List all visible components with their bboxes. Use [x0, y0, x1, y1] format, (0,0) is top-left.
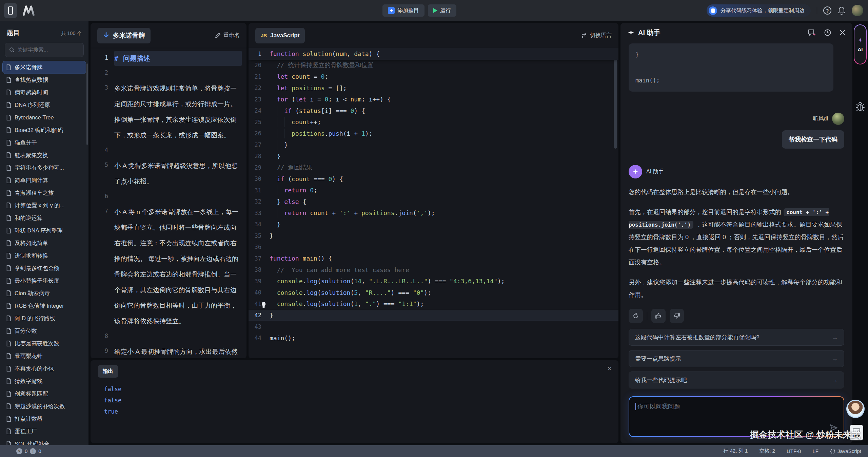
thumbs-down-button[interactable] [670, 309, 684, 323]
sidebar-item[interactable]: 环状 DNA 序列整理 [3, 224, 86, 237]
suggestion-chip[interactable]: 给我一些代码提示吧→ [629, 372, 844, 388]
code-line[interactable]: 40 console.log(solution(5, "R....") === … [249, 287, 618, 299]
code-line[interactable]: 21 let count = 0; [249, 71, 618, 82]
sidebar-item[interactable]: 阿 D 的飞行路线 [3, 312, 86, 325]
switch-language-button[interactable]: 切换语言 [581, 32, 612, 39]
run-button[interactable]: 运行 [428, 4, 456, 17]
ai-sidebar-toggle[interactable]: AI [854, 24, 867, 64]
code-line[interactable]: 22 let positions = []; [249, 82, 618, 94]
assistant-character-avatar[interactable] [846, 400, 865, 418]
warnings-icon[interactable]: ! [30, 448, 36, 454]
sidebar-item[interactable]: 查找热点数据 [3, 74, 86, 86]
sidebar-item[interactable]: 猜数字游戏 [3, 375, 86, 387]
code-line[interactable]: 35} [249, 230, 618, 242]
cursor-position[interactable]: 行 42, 列 1 [724, 448, 748, 454]
sidebar-item[interactable]: Bytedance Tree [3, 111, 86, 124]
sidebar-item[interactable]: 穿越沙漠的补给次数 [3, 400, 86, 413]
sidebar-item[interactable]: 拿到最多红包金额 [3, 262, 86, 274]
file-icon [6, 127, 11, 133]
sidebar-item[interactable]: 简单四则计算 [3, 174, 86, 187]
promo-banner[interactable]: 分享代码练习体验，领限量定制周边 [707, 4, 811, 17]
debug-bug-icon[interactable] [855, 102, 865, 112]
suggestion-chip[interactable]: 需要一点思路提示→ [629, 350, 844, 367]
code-line[interactable]: 24 if (status[i] === 0) { [249, 105, 618, 117]
search-input[interactable]: 关键字搜索... [5, 43, 84, 57]
sidebar-item[interactable]: 多米诺骨牌 [3, 61, 86, 74]
workspace-icon-button[interactable] [4, 3, 17, 18]
line-number: 37 [249, 255, 270, 262]
editor-scrollbar[interactable] [614, 50, 617, 149]
lightbulb-icon[interactable] [261, 302, 267, 308]
code-line[interactable]: 43 [249, 321, 618, 332]
code-area[interactable]: 1function solution(num, data) {20 // 统计保… [249, 48, 618, 344]
code-line[interactable]: 28 } [249, 151, 618, 162]
code-line[interactable]: 38 // You can add more test cases here [249, 264, 618, 276]
code-line[interactable]: 37function main() { [249, 253, 618, 264]
code-line[interactable]: 39 console.log(solution(14, ".L.R...LR..… [249, 275, 618, 287]
sidebar-item[interactable]: 青海湖租车之旅 [3, 187, 86, 199]
code-line[interactable]: 1function solution(num, data) { [249, 48, 618, 60]
sidebar-item[interactable]: 和的逆运算 [3, 212, 86, 224]
sidebar-item[interactable]: Cion 勒索病毒 [3, 287, 86, 300]
thumbs-up-button[interactable] [651, 309, 666, 323]
sidebar-item[interactable]: 字符串有多少种可... [3, 161, 86, 174]
help-icon[interactable]: ? [823, 6, 831, 15]
sidebar-scrollbar[interactable] [86, 63, 88, 145]
rename-button[interactable]: 重命名 [215, 32, 240, 39]
code-line[interactable]: 31 return 0; [249, 185, 618, 196]
sidebar-item[interactable]: RGB 色值转 Integer [3, 300, 86, 312]
code-line[interactable]: 20 // 统计保持竖立的骨牌数量和位置 [249, 60, 618, 71]
sidebar-item[interactable]: 病毒感染时间 [3, 86, 86, 99]
problem-markdown[interactable]: 1#问题描述23多米诺骨牌游戏规则非常简单，将骨牌按一定间距的尺寸排成单行，或分… [91, 48, 246, 358]
sidebar-item[interactable]: 蛋糕工厂 [3, 425, 86, 438]
app-logo[interactable] [22, 5, 36, 16]
code-line[interactable]: 34 } [249, 219, 618, 230]
problem-tab[interactable]: 多米诺骨牌 [97, 28, 151, 43]
sidebar-item[interactable]: 打点计数器 [3, 413, 86, 425]
line-number: 42 [249, 312, 270, 319]
eol-setting[interactable]: LF [812, 448, 818, 454]
code-line[interactable]: 29 // 返回结果 [249, 162, 618, 173]
user-avatar[interactable] [852, 5, 863, 16]
sidebar-item[interactable]: DNA 序列还原 [3, 99, 86, 111]
sidebar-item[interactable]: 创意标题匹配 [3, 387, 86, 400]
sidebar-item[interactable]: 链表聚集交换 [3, 149, 86, 161]
shared-code-snippet: } main(); [629, 43, 833, 92]
ai-toggle-label: AI [858, 46, 863, 52]
suggestion-chip[interactable]: 这段代码中计算左右被推数量的部分能再优化吗?→ [629, 329, 844, 346]
bell-icon[interactable] [837, 6, 846, 15]
sidebar-item[interactable]: 百分位数 [3, 325, 86, 337]
regenerate-button[interactable] [629, 309, 643, 323]
code-line[interactable]: 36 [249, 242, 618, 253]
encoding-setting[interactable]: UTF-8 [787, 448, 801, 454]
sidebar-item[interactable]: 猫鱼分干 [3, 136, 86, 149]
indentation-setting[interactable]: 空格: 2 [759, 448, 775, 454]
language-mode[interactable]: JavaScript [830, 448, 861, 454]
close-icon[interactable]: × [607, 365, 612, 373]
code-line[interactable]: 27 } [249, 139, 618, 151]
history-icon[interactable] [824, 29, 831, 36]
language-tab[interactable]: JS JavaScript [255, 28, 305, 43]
sidebar-item[interactable]: 计算位置 x 到 y 的... [3, 199, 86, 212]
sidebar-item[interactable]: Base32 编码和解码 [3, 124, 86, 136]
code-line[interactable]: 32 } else { [249, 196, 618, 208]
sidebar-item[interactable]: 不再贪心的小包 [3, 362, 86, 375]
close-icon[interactable] [840, 30, 846, 36]
output-tab[interactable]: 输出 [98, 365, 118, 378]
sidebar-item[interactable]: 暴雨梨花针 [3, 350, 86, 362]
sidebar-item[interactable]: 及格如此简单 [3, 237, 86, 249]
code-line[interactable]: 44main(); [249, 332, 618, 344]
errors-icon[interactable]: × [16, 448, 22, 454]
code-line[interactable]: 25 count++; [249, 116, 618, 128]
code-line[interactable]: 26 positions.push(i + 1); [249, 128, 618, 139]
code-line[interactable]: 41 console.log(solution(1, ".") === "1:1… [249, 298, 618, 310]
code-line[interactable]: 33 return count + ':' + positions.join('… [249, 207, 618, 219]
new-chat-icon[interactable] [808, 29, 816, 36]
code-line[interactable]: 23 for (let i = 0; i < num; i++) { [249, 94, 618, 105]
add-question-button[interactable]: + 添加题目 [382, 4, 425, 17]
code-line[interactable]: 30 if (count === 0) { [249, 173, 618, 185]
sidebar-item[interactable]: 比赛最高获胜次数 [3, 337, 86, 350]
sidebar-item[interactable]: 进制求和转换 [3, 249, 86, 262]
sidebar-item[interactable]: 最小替换子串长度 [3, 274, 86, 287]
code-line[interactable]: 42} [249, 310, 618, 321]
